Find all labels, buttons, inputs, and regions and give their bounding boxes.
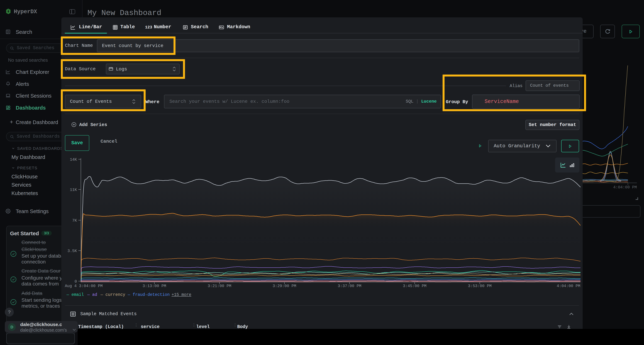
svg-text:Aug 4 3:04:00 PM: Aug 4 3:04:00 PM: [65, 284, 102, 288]
svg-text:14K: 14K: [70, 157, 77, 162]
svg-text:3:37:00 PM: 3:37:00 PM: [338, 284, 361, 288]
svg-text:11K: 11K: [70, 188, 77, 192]
svg-text:3:29:00 PM: 3:29:00 PM: [273, 284, 296, 288]
svg-text:0: 0: [74, 279, 77, 284]
svg-text:3:53:00 PM: 3:53:00 PM: [468, 284, 492, 288]
svg-text:3.5K: 3.5K: [68, 249, 77, 253]
svg-text:3:21:00 PM: 3:21:00 PM: [208, 284, 231, 288]
svg-text:3:13:00 PM: 3:13:00 PM: [142, 284, 166, 288]
svg-text:3:45:00 PM: 3:45:00 PM: [403, 284, 426, 288]
svg-text:7K: 7K: [72, 218, 77, 223]
svg-text:4:04:00 PM: 4:04:00 PM: [557, 284, 580, 288]
